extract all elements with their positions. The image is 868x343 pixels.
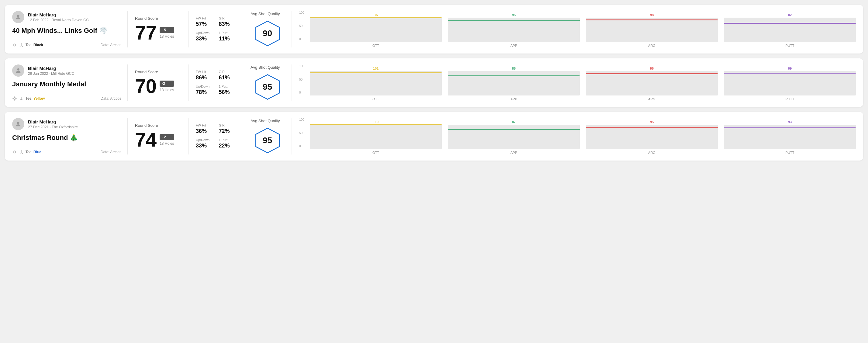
stat-gir-value: 72% — [219, 128, 236, 134]
bar-line — [448, 129, 580, 130]
stats-grid: FW Hit 57% GIR 83% Up/Down 33% 1 Putt 11… — [196, 17, 236, 42]
svg-point-5 — [14, 98, 16, 100]
score-badge: +5 — [160, 27, 174, 33]
quality-label: Avg Shot Quality — [250, 119, 280, 123]
bar-axis-label: ARG — [648, 44, 655, 48]
stat-fw-hit: FW Hit 86% — [196, 70, 213, 81]
bar-axis-label: OTT — [372, 97, 379, 101]
user-details: Blair McHarg 27 Dec 2021 · The Oxfordshi… — [28, 119, 78, 129]
bar-line — [310, 17, 442, 18]
user-details: Blair McHarg 29 Jan 2022 · Mill Ride GCC — [28, 66, 74, 76]
stat-one-putt: 1 Putt 11% — [219, 31, 236, 42]
bar-axis-label: PUTT — [785, 97, 795, 101]
user-date-course: 12 Feb 2022 · Royal North Devon GC — [28, 18, 89, 22]
footer-info: Tee: Black Data: Arccos — [12, 42, 121, 48]
svg-point-8 — [17, 122, 19, 124]
hex-score: 95 — [263, 136, 272, 145]
chart-column-putt: 99 PUTT — [724, 67, 856, 101]
hexagon-container: 95 — [254, 127, 281, 154]
score-holes: 18 Holes — [160, 34, 174, 39]
stat-fw-hit-label: FW Hit — [196, 17, 213, 20]
quality-label: Avg Shot Quality — [250, 65, 280, 70]
bar-wrapper — [310, 125, 442, 149]
bar-chart: 107 OTT 95 APP 98 — [310, 11, 856, 48]
stat-updown-value: 33% — [196, 143, 213, 149]
stat-fw-hit-value: 57% — [196, 21, 213, 27]
golf-icon — [19, 42, 24, 48]
user-name: Blair McHarg — [28, 12, 89, 17]
user-details: Blair McHarg 12 Feb 2022 · Royal North D… — [28, 12, 89, 22]
chart-column-putt: 82 PUTT — [724, 13, 856, 48]
stats-grid: FW Hit 86% GIR 61% Up/Down 78% 1 Putt 56… — [196, 70, 236, 95]
stat-one-putt-label: 1 Putt — [219, 85, 236, 88]
user-date-course: 27 Dec 2021 · The Oxfordshire — [28, 125, 78, 129]
bar-bg — [448, 125, 580, 149]
chart-column-putt: 93 PUTT — [724, 120, 856, 154]
y-label-0: 0 — [299, 145, 304, 148]
stat-updown-label: Up/Down — [196, 85, 213, 88]
bar-wrapper — [724, 71, 856, 95]
tee-info: Tee: Blue — [12, 150, 41, 154]
stat-updown-value: 33% — [196, 36, 213, 42]
round-title: January Monthly Medal — [12, 80, 121, 88]
user-info: Blair McHarg 12 Feb 2022 · Royal North D… — [12, 11, 121, 23]
bar-line — [586, 73, 718, 74]
bar-value: 95 — [650, 120, 654, 124]
stat-fw-hit: FW Hit 36% — [196, 123, 213, 134]
score-holes: 18 Holes — [160, 88, 174, 92]
chart-column-app: 87 APP — [448, 120, 580, 154]
bar-wrapper — [448, 125, 580, 149]
bar-axis-label: APP — [510, 151, 517, 154]
chart-section: 100 50 0 107 OTT 95 APP — [292, 11, 856, 48]
bar-line — [724, 73, 856, 73]
y-label-100: 100 — [299, 64, 304, 68]
chart-column-arg: 98 ARG — [586, 13, 718, 48]
bar-axis-label: PUTT — [785, 44, 795, 48]
bar-line — [586, 20, 718, 20]
bar-axis-label: APP — [510, 44, 517, 48]
stat-gir-label: GIR — [219, 70, 236, 73]
y-label-0: 0 — [299, 91, 304, 94]
hexagon-container: 95 — [254, 73, 281, 101]
stat-one-putt-value: 11% — [219, 36, 236, 42]
quality-section: Avg Shot Quality 90 — [243, 11, 292, 48]
stat-fw-hit: FW Hit 57% — [196, 17, 213, 27]
bar-wrapper — [724, 18, 856, 42]
stat-gir: GIR 61% — [219, 70, 236, 81]
bar-wrapper — [724, 125, 856, 149]
y-label-50: 50 — [299, 24, 304, 28]
bar-bg — [724, 71, 856, 95]
score-section: Round Score 70 -2 18 Holes — [128, 64, 188, 101]
svg-point-0 — [17, 15, 19, 17]
stat-fw-hit-label: FW Hit — [196, 70, 213, 73]
bar-line — [448, 20, 580, 21]
y-label-50: 50 — [299, 78, 304, 81]
bar-chart: 101 OTT 86 APP 96 — [310, 64, 856, 101]
stat-fw-hit-value: 36% — [196, 128, 213, 134]
bar-line — [724, 127, 856, 128]
bar-wrapper — [448, 71, 580, 95]
bar-axis-label: ARG — [648, 151, 655, 154]
chart-column-app: 95 APP — [448, 13, 580, 48]
bar-wrapper — [448, 18, 580, 42]
bar-line — [310, 124, 442, 125]
bar-wrapper — [586, 125, 718, 149]
bar-line — [448, 75, 580, 76]
bar-bg — [448, 18, 580, 42]
stat-gir-value: 83% — [219, 21, 236, 27]
left-section: Blair McHarg 29 Jan 2022 · Mill Ride GCC… — [12, 64, 128, 101]
quality-section: Avg Shot Quality 95 — [243, 64, 292, 101]
score-section-label: Round Score — [135, 70, 181, 74]
y-label-100: 100 — [299, 118, 304, 121]
chart-section: 100 50 0 101 OTT 86 APP — [292, 64, 856, 101]
tee-label: Tee: Black — [26, 43, 43, 47]
bar-value: 93 — [788, 120, 792, 124]
bar-line — [724, 23, 856, 24]
bar-bg — [310, 125, 442, 149]
score-section: Round Score 77 +5 18 Holes — [128, 11, 188, 48]
avatar — [12, 11, 24, 23]
golf-icon — [19, 150, 24, 154]
bar-bg — [586, 18, 718, 42]
score-row: 74 +2 18 Holes — [135, 130, 181, 150]
svg-point-9 — [14, 151, 16, 153]
